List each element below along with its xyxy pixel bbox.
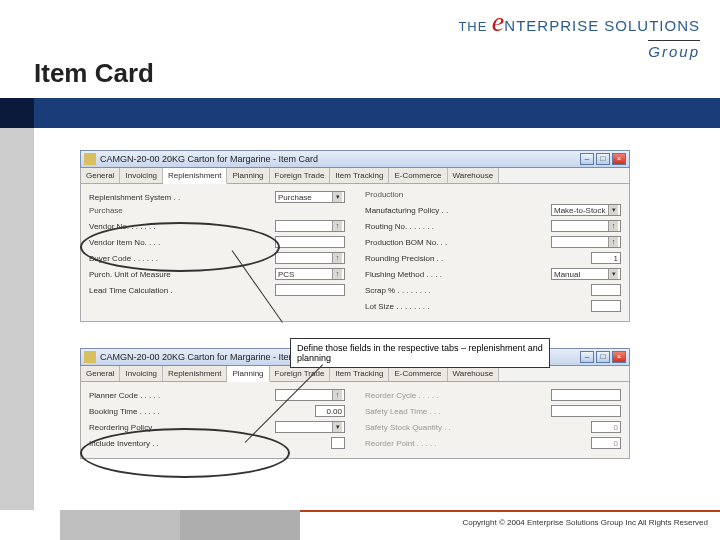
tab-foreign-trade[interactable]: Foreign Trade bbox=[270, 168, 331, 183]
tab-foreign-trade[interactable]: Foreign Trade bbox=[270, 366, 331, 381]
lead-time-label: Lead Time Calculation . bbox=[89, 286, 275, 295]
production-section: Production bbox=[365, 190, 621, 199]
annotation-circle-1 bbox=[80, 222, 280, 272]
tab-planning[interactable]: Planning bbox=[227, 168, 269, 183]
tab-warehouse[interactable]: Warehouse bbox=[448, 168, 500, 183]
brand-logo: THE eNTERPRISE SOLUTIONS Group bbox=[458, 6, 700, 61]
logo-e-script: e bbox=[492, 6, 504, 37]
close-button[interactable]: × bbox=[612, 351, 626, 363]
window1-tabs: GeneralInvoicingReplenishmentPlanningFor… bbox=[80, 168, 630, 184]
reorder-cycle-field[interactable] bbox=[551, 389, 621, 401]
replenishment-system-label: Replenishment System . . bbox=[89, 193, 275, 202]
include-inventory-checkbox[interactable] bbox=[331, 437, 345, 449]
purchase-section: Purchase bbox=[89, 206, 345, 215]
purch-uom-field[interactable]: PCS↑ bbox=[275, 268, 345, 280]
lot-size-label: Lot Size . . . . . . . . bbox=[365, 302, 591, 311]
safety-stock-qty-field[interactable]: 0 bbox=[591, 421, 621, 433]
booking-time-label: Booking Time . . . . . bbox=[89, 407, 315, 416]
vendor-no-field[interactable]: ↑ bbox=[275, 220, 345, 232]
tab-warehouse[interactable]: Warehouse bbox=[448, 366, 500, 381]
lookup-icon[interactable]: ↑ bbox=[608, 237, 618, 247]
header-stripe bbox=[0, 98, 720, 128]
reorder-cycle-label: Reorder Cycle . . . . . bbox=[365, 391, 551, 400]
lookup-icon[interactable]: ↑ bbox=[332, 269, 342, 279]
window1-title: CAMGN-20-00 20KG Carton for Margarine - … bbox=[100, 154, 580, 164]
page-title: Item Card bbox=[34, 58, 154, 89]
tab-replenishment[interactable]: Replenishment bbox=[163, 168, 227, 184]
tab-e-commerce[interactable]: E-Commerce bbox=[389, 366, 447, 381]
left-stripe bbox=[0, 128, 34, 510]
scrap-pct-field[interactable] bbox=[591, 284, 621, 296]
rounding-precision-field[interactable]: 1 bbox=[591, 252, 621, 264]
close-button[interactable]: × bbox=[612, 153, 626, 165]
callout-text: Define those fields in the respective ta… bbox=[297, 343, 543, 363]
app-icon bbox=[84, 351, 96, 363]
copyright: Copyright © 2004 Enterprise Solutions Gr… bbox=[462, 518, 708, 527]
routing-no-field[interactable]: ↑ bbox=[551, 220, 621, 232]
safety-lead-time-label: Safety Lead Time . . . bbox=[365, 407, 551, 416]
mfg-policy-label: Manufacturing Policy . . bbox=[365, 206, 551, 215]
flushing-method-field[interactable]: Manual▾ bbox=[551, 268, 621, 280]
reorder-point-label: Reorder Point . . . . . bbox=[365, 439, 591, 448]
safety-stock-qty-label: Safety Stock Quantity . . bbox=[365, 423, 591, 432]
prod-bom-field[interactable]: ↑ bbox=[551, 236, 621, 248]
tab-general[interactable]: General bbox=[81, 366, 120, 381]
tab-planning[interactable]: Planning bbox=[227, 366, 269, 382]
rounding-precision-label: Rounding Precision . . bbox=[365, 254, 591, 263]
window2-tabs: GeneralInvoicingReplenishmentPlanningFor… bbox=[80, 366, 630, 382]
safety-lead-time-field[interactable] bbox=[551, 405, 621, 417]
routing-no-label: Routing No. . . . . . . bbox=[365, 222, 551, 231]
lead-time-field[interactable] bbox=[275, 284, 345, 296]
dropdown-icon[interactable]: ▾ bbox=[608, 269, 618, 279]
maximize-button[interactable]: □ bbox=[596, 351, 610, 363]
lookup-icon[interactable]: ↑ bbox=[332, 390, 342, 400]
dropdown-icon[interactable]: ▾ bbox=[332, 192, 342, 202]
vendor-item-no-field[interactable] bbox=[275, 236, 345, 248]
dropdown-icon[interactable]: ▾ bbox=[608, 205, 618, 215]
planner-code-label: Planner Code . . . . . bbox=[89, 391, 275, 400]
lot-size-field[interactable] bbox=[591, 300, 621, 312]
tab-item-tracking[interactable]: Item Tracking bbox=[330, 366, 389, 381]
dropdown-icon[interactable]: ▾ bbox=[332, 422, 342, 432]
planner-code-field[interactable]: ↑ bbox=[275, 389, 345, 401]
buyer-code-field[interactable]: ↑ bbox=[275, 252, 345, 264]
tab-item-tracking[interactable]: Item Tracking bbox=[330, 168, 389, 183]
booking-time-field[interactable]: 0.00 bbox=[315, 405, 345, 417]
window1-titlebar: CAMGN-20-00 20KG Carton for Margarine - … bbox=[80, 150, 630, 168]
lookup-icon[interactable]: ↑ bbox=[332, 253, 342, 263]
minimize-button[interactable]: – bbox=[580, 153, 594, 165]
tab-e-commerce[interactable]: E-Commerce bbox=[389, 168, 447, 183]
tab-general[interactable]: General bbox=[81, 168, 120, 183]
app-icon bbox=[84, 153, 96, 165]
annotation-circle-2 bbox=[80, 428, 290, 478]
maximize-button[interactable]: □ bbox=[596, 153, 610, 165]
logo-group: Group bbox=[648, 40, 700, 60]
reorder-point-field[interactable]: 0 bbox=[591, 437, 621, 449]
lookup-icon[interactable]: ↑ bbox=[332, 221, 342, 231]
lookup-icon[interactable]: ↑ bbox=[608, 221, 618, 231]
tab-replenishment[interactable]: Replenishment bbox=[163, 366, 227, 381]
logo-rest: NTERPRISE SOLUTIONS bbox=[504, 17, 700, 34]
minimize-button[interactable]: – bbox=[580, 351, 594, 363]
tab-invoicing[interactable]: Invoicing bbox=[120, 366, 163, 381]
footer: Copyright © 2004 Enterprise Solutions Gr… bbox=[0, 510, 720, 540]
mfg-policy-field[interactable]: Make-to-Stock▾ bbox=[551, 204, 621, 216]
scrap-pct-label: Scrap % . . . . . . . . bbox=[365, 286, 591, 295]
replenishment-system-field[interactable]: Purchase▾ bbox=[275, 191, 345, 203]
callout-box: Define those fields in the respective ta… bbox=[290, 338, 550, 368]
logo-the: THE bbox=[458, 19, 487, 34]
flushing-method-label: Flushing Method . . . . bbox=[365, 270, 551, 279]
reordering-policy-field[interactable]: ▾ bbox=[275, 421, 345, 433]
prod-bom-label: Production BOM No. . . bbox=[365, 238, 551, 247]
tab-invoicing[interactable]: Invoicing bbox=[120, 168, 163, 183]
